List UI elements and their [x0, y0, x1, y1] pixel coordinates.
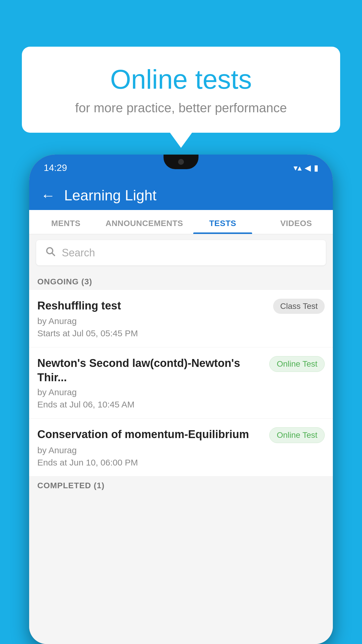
test-badge-online-test-2: Online Test	[269, 427, 325, 443]
tab-tests[interactable]: TESTS	[186, 210, 259, 234]
back-button[interactable]: ←	[41, 187, 55, 204]
phone-camera	[178, 159, 184, 165]
test-item-date: Ends at Jun 10, 06:00 PM	[37, 458, 325, 468]
test-item-by: by Anurag	[37, 387, 325, 397]
status-time: 14:29	[44, 162, 67, 173]
svg-line-1	[52, 253, 55, 256]
speech-bubble: Online tests for more practice, better p…	[22, 47, 340, 133]
test-badge-online-test: Online Test	[269, 356, 325, 372]
test-badge-class-test: Class Test	[273, 299, 325, 314]
wifi-icon: ▾▴	[294, 163, 302, 173]
tabs-bar: MENTS ANNOUNCEMENTS TESTS VIDEOS	[29, 210, 333, 234]
status-icons: ▾▴ ◀ ▮	[294, 163, 318, 173]
test-item[interactable]: Conservation of momentum-Equilibrium Onl…	[29, 419, 333, 477]
tab-videos[interactable]: VIDEOS	[259, 210, 333, 234]
tab-ments[interactable]: MENTS	[29, 210, 103, 234]
completed-section-header: COMPLETED (1)	[29, 477, 333, 493]
test-item-by: by Anurag	[37, 316, 325, 326]
ongoing-section-header: ONGOING (3)	[29, 271, 333, 290]
content-area: Search ONGOING (3) Reshuffling test Clas…	[29, 234, 333, 644]
battery-icon: ▮	[314, 163, 318, 173]
test-item-header: Newton's Second law(contd)-Newton's Thir…	[37, 356, 325, 385]
phone-frame: 14:29 ▾▴ ◀ ▮ ← Learning Light MENTS ANNO…	[29, 155, 333, 644]
app-bar: ← Learning Light	[29, 181, 333, 210]
test-item-title: Newton's Second law(contd)-Newton's Thir…	[37, 356, 269, 385]
test-item-date: Starts at Jul 05, 05:45 PM	[37, 328, 325, 338]
test-item-header: Conservation of momentum-Equilibrium Onl…	[37, 427, 325, 443]
test-item-title: Reshuffling test	[37, 299, 273, 313]
test-item[interactable]: Newton's Second law(contd)-Newton's Thir…	[29, 347, 333, 419]
app-title: Learning Light	[64, 187, 157, 204]
search-placeholder: Search	[62, 247, 95, 259]
test-item-by: by Anurag	[37, 445, 325, 455]
test-item-header: Reshuffling test Class Test	[37, 299, 325, 314]
tab-announcements[interactable]: ANNOUNCEMENTS	[103, 210, 186, 234]
test-item-date: Ends at Jul 06, 10:45 AM	[37, 400, 325, 410]
speech-bubble-subtitle: for more practice, better performance	[42, 101, 320, 115]
test-item-title: Conservation of momentum-Equilibrium	[37, 427, 269, 442]
phone-notch	[164, 155, 198, 169]
search-bar[interactable]: Search	[36, 240, 326, 265]
test-item[interactable]: Reshuffling test Class Test by Anurag St…	[29, 290, 333, 347]
signal-icon: ◀	[305, 163, 311, 173]
speech-bubble-title: Online tests	[42, 64, 320, 95]
search-icon	[45, 246, 56, 260]
status-bar: 14:29 ▾▴ ◀ ▮	[29, 155, 333, 181]
